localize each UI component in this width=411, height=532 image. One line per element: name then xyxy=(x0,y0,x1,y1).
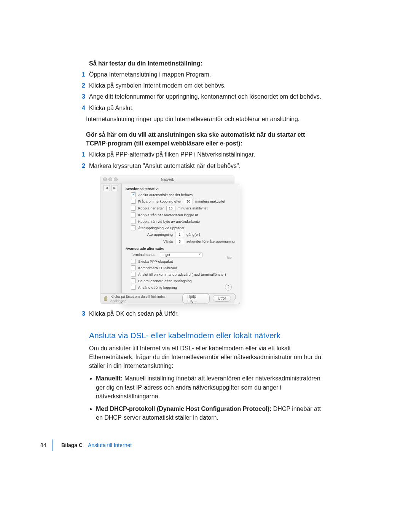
footer-separator xyxy=(53,439,53,451)
section-title: Ansluta via DSL- eller kabelmodem eller … xyxy=(89,331,325,340)
option-row: Återuppringning vid upptaget xyxy=(126,225,236,231)
section-heading: Så här testar du din Internetinställning… xyxy=(89,60,325,67)
option-subrow: Återuppringning 1 gång(er) xyxy=(126,231,236,238)
option-row: Koppla ner efter 10 minuters inaktivitet xyxy=(126,205,236,212)
step-number: 3 xyxy=(80,92,85,101)
step-item: 2Klicka på symbolen Internt modem om det… xyxy=(80,81,325,90)
option-label: Anslut automatiskt när det behövs xyxy=(138,193,193,197)
paragraph: Internetanslutning ringer upp din Intern… xyxy=(86,115,325,123)
option-label: sekunder före återuppringning xyxy=(186,239,235,243)
bullet-text: Manuell inställning innebär att leverant… xyxy=(96,375,320,399)
option-row: Fråga om nerkoppling efter 30 minuters i… xyxy=(126,198,236,205)
checkbox[interactable] xyxy=(131,259,136,264)
checkbox[interactable] xyxy=(131,199,136,204)
step-number: 1 xyxy=(80,70,85,79)
option-subrow: Vänta 5 sekunder före återuppringning xyxy=(126,238,236,245)
step-text: Klicka på symbolen Internt modem om det … xyxy=(89,81,226,90)
option-label: Skicka PPP-ekopaket xyxy=(138,259,173,264)
step-number: 2 xyxy=(80,161,85,170)
option-label: Återuppringning vid upptaget xyxy=(138,226,184,230)
paragraph: Om du ansluter till Internet via ett DSL… xyxy=(89,344,325,371)
option-row: Anslut till en kommandoradsvärd (med ter… xyxy=(126,271,236,278)
checkbox[interactable] xyxy=(131,272,136,277)
step-number: 1 xyxy=(80,150,85,159)
chapter-label: Bilaga C xyxy=(61,442,83,448)
minimize-icon[interactable] xyxy=(108,177,112,181)
step-item: 4Klicka på Anslut. xyxy=(80,104,325,112)
step-item: 3Ange ditt telefonnummer för uppringning… xyxy=(80,92,325,101)
step-text: Ange ditt telefonnummer för uppringning,… xyxy=(89,92,321,101)
nav-toolbar: ◀ ▶ xyxy=(103,185,118,191)
step-item: 1Klicka på PPP-alternativ på fliken PPP … xyxy=(80,150,325,159)
back-button[interactable]: ◀ xyxy=(103,185,110,191)
checkbox[interactable] xyxy=(131,278,136,283)
preferences-sheet: Sessionsalternativ: Anslut automatiskt n… xyxy=(121,184,240,304)
screenshot-figure: Nätverk ◀ ▶ Sessionsalternativ: Anslut a… xyxy=(100,176,234,304)
forward-button[interactable]: ▶ xyxy=(111,185,118,191)
window-titlebar: Nätverk xyxy=(101,176,234,184)
option-label: minuters inaktivitet xyxy=(195,199,225,203)
checkbox[interactable] xyxy=(131,265,136,270)
option-label: Använd utförlig loggning xyxy=(138,285,177,289)
window-title: Nätverk xyxy=(161,177,174,182)
lock-text: Klicka på låset om du vill förhindra änd… xyxy=(110,294,176,303)
minutes-input[interactable]: 30 xyxy=(184,199,193,204)
option-label: gång(er) xyxy=(186,232,200,236)
bullet-lead: Med DHCP-protokoll (Dynamic Host Configu… xyxy=(96,406,271,412)
step-number: 3 xyxy=(80,309,85,318)
option-row: Komprimera TCP-huvud xyxy=(126,265,236,271)
bullet-lead: Manuellt: xyxy=(96,375,123,382)
apply-button[interactable]: Utför xyxy=(213,295,231,302)
step-item: 1Öppna Internetanslutning i mappen Progr… xyxy=(80,70,325,79)
count-input[interactable]: 1 xyxy=(175,232,184,237)
step-number: 2 xyxy=(80,81,85,90)
checkbox[interactable] xyxy=(131,219,136,224)
seconds-input[interactable]: 5 xyxy=(175,239,184,244)
lock-icon[interactable] xyxy=(104,296,107,301)
checkbox[interactable] xyxy=(131,212,136,217)
option-row: Be om lösenord efter uppringning xyxy=(126,278,236,284)
checkbox[interactable] xyxy=(131,285,136,290)
page-footer: 84 Bilaga C Ansluta till Internet xyxy=(40,439,132,451)
option-label: Koppla ner efter xyxy=(138,206,164,210)
checkbox[interactable] xyxy=(131,206,136,211)
page-number: 84 xyxy=(40,442,46,448)
option-label: Koppla från när användaren loggar ut xyxy=(138,213,198,217)
option-label: Återuppringning xyxy=(141,232,173,236)
step-text: Markera kryssrutan "Anslut automatiskt n… xyxy=(89,161,241,170)
checkbox[interactable] xyxy=(131,225,136,230)
option-label: Vänta xyxy=(141,239,173,243)
terminal-script-select[interactable]: Inget xyxy=(160,252,202,257)
step-number: 4 xyxy=(80,104,85,112)
option-row: Skicka PPP-ekopaket xyxy=(126,258,236,265)
checkbox[interactable] xyxy=(131,192,136,197)
bullet-list: Manuellt: Manuell inställning innebär at… xyxy=(96,374,325,422)
option-row: Koppla från vid byte av användarkonto xyxy=(126,218,236,225)
option-row: Använd utförlig loggning xyxy=(126,284,236,291)
step-text: Öppna Internetanslutning i mappen Progra… xyxy=(89,70,211,79)
option-row: Anslut automatiskt när det behövs xyxy=(126,192,236,198)
option-label: Komprimera TCP-huvud xyxy=(138,266,177,270)
option-label: Be om lösenord efter uppringning xyxy=(138,279,191,283)
option-label: Terminalmanus: xyxy=(131,252,158,257)
close-icon[interactable] xyxy=(103,177,107,181)
option-label: Fråga om nerkoppling efter xyxy=(138,199,182,203)
option-label: Anslut till en kommandoradsvärd (med ter… xyxy=(138,272,226,276)
zoom-icon[interactable] xyxy=(114,177,118,181)
step-text: Klicka på Anslut. xyxy=(89,104,134,112)
option-row: Koppla från när användaren loggar ut xyxy=(126,212,236,218)
option-label: Koppla från vid byte av användarkonto xyxy=(138,219,200,224)
step-item: 2Markera kryssrutan "Anslut automatiskt … xyxy=(80,161,325,170)
minutes-input[interactable]: 10 xyxy=(166,206,175,211)
help-icon[interactable]: ? xyxy=(225,284,232,291)
step-text: Klicka på OK och sedan på Utför. xyxy=(89,309,179,318)
background-hint: här xyxy=(227,256,232,260)
option-row: Terminalmanus: Inget xyxy=(126,251,236,258)
list-item: Manuellt: Manuell inställning innebär at… xyxy=(96,374,325,401)
option-label: minuters inaktivitet xyxy=(178,206,208,210)
section-label: Avancerade alternativ: xyxy=(126,246,236,251)
section-label: Sessionsalternativ: xyxy=(126,187,236,191)
chapter-title: Ansluta till Internet xyxy=(88,442,132,448)
section-heading: Gör så här om du vill att anslutningen s… xyxy=(86,130,325,148)
help-button[interactable]: Hjälp mig... xyxy=(182,293,210,304)
